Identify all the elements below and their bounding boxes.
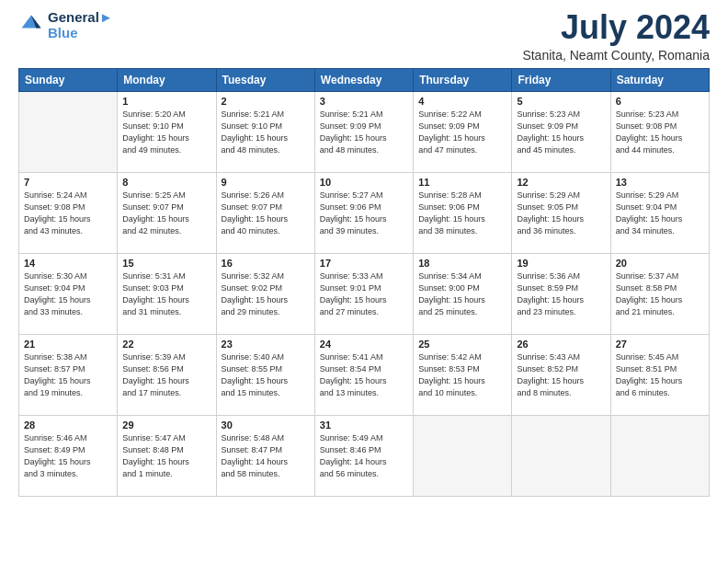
logo-text: General► Blue [48, 9, 113, 41]
day-number: 29 [122, 419, 210, 431]
calendar-table: Sunday Monday Tuesday Wednesday Thursday… [18, 68, 710, 497]
table-row: 30Sunrise: 5:48 AM Sunset: 8:47 PM Dayli… [216, 415, 314, 496]
day-info: Sunrise: 5:22 AM Sunset: 9:09 PM Dayligh… [418, 109, 506, 156]
table-row: 31Sunrise: 5:49 AM Sunset: 8:46 PM Dayli… [314, 415, 413, 496]
day-info: Sunrise: 5:36 AM Sunset: 8:59 PM Dayligh… [517, 270, 605, 318]
day-number: 25 [418, 339, 506, 350]
logo-icon [18, 12, 44, 38]
table-row: 9Sunrise: 5:26 AM Sunset: 9:07 PM Daylig… [216, 172, 314, 253]
table-row: 10Sunrise: 5:27 AM Sunset: 9:06 PM Dayli… [314, 172, 413, 253]
table-row: 12Sunrise: 5:29 AM Sunset: 9:05 PM Dayli… [512, 172, 610, 253]
table-row: 25Sunrise: 5:42 AM Sunset: 8:53 PM Dayli… [414, 334, 512, 415]
day-number: 24 [320, 339, 408, 350]
day-info: Sunrise: 5:23 AM Sunset: 9:09 PM Dayligh… [517, 109, 605, 156]
calendar-week-row: 7Sunrise: 5:24 AM Sunset: 9:08 PM Daylig… [19, 172, 710, 253]
day-info: Sunrise: 5:42 AM Sunset: 8:53 PM Dayligh… [418, 351, 506, 399]
table-row: 16Sunrise: 5:32 AM Sunset: 9:02 PM Dayli… [216, 253, 314, 334]
day-number: 31 [320, 419, 408, 431]
table-row: 15Sunrise: 5:31 AM Sunset: 9:03 PM Dayli… [118, 253, 216, 334]
col-monday: Monday [118, 68, 216, 91]
day-number: 8 [122, 177, 210, 188]
day-number: 21 [24, 339, 112, 350]
table-row [414, 415, 512, 496]
table-row [19, 91, 118, 172]
day-info: Sunrise: 5:38 AM Sunset: 8:57 PM Dayligh… [24, 351, 112, 399]
day-info: Sunrise: 5:39 AM Sunset: 8:56 PM Dayligh… [122, 351, 210, 399]
table-row: 11Sunrise: 5:28 AM Sunset: 9:06 PM Dayli… [414, 172, 512, 253]
calendar-week-row: 28Sunrise: 5:46 AM Sunset: 8:49 PM Dayli… [19, 415, 710, 496]
header: General► Blue July 2024 Stanita, Neamt C… [18, 9, 710, 63]
table-row: 28Sunrise: 5:46 AM Sunset: 8:49 PM Dayli… [19, 415, 118, 496]
table-row [512, 415, 610, 496]
day-number: 5 [517, 96, 605, 107]
table-row: 14Sunrise: 5:30 AM Sunset: 9:04 PM Dayli… [19, 253, 118, 334]
day-info: Sunrise: 5:47 AM Sunset: 8:48 PM Dayligh… [122, 432, 210, 480]
table-row: 23Sunrise: 5:40 AM Sunset: 8:55 PM Dayli… [216, 334, 314, 415]
day-info: Sunrise: 5:43 AM Sunset: 8:52 PM Dayligh… [517, 351, 605, 399]
day-number: 6 [616, 96, 704, 107]
day-number: 20 [616, 258, 704, 269]
day-info: Sunrise: 5:28 AM Sunset: 9:06 PM Dayligh… [418, 190, 506, 237]
day-number: 28 [24, 419, 112, 431]
day-info: Sunrise: 5:21 AM Sunset: 9:09 PM Dayligh… [320, 109, 408, 156]
title-block: July 2024 Stanita, Neamt County, Romania [522, 9, 710, 63]
table-row: 17Sunrise: 5:33 AM Sunset: 9:01 PM Dayli… [314, 253, 413, 334]
day-info: Sunrise: 5:34 AM Sunset: 9:00 PM Dayligh… [418, 270, 506, 318]
day-number: 23 [222, 339, 310, 350]
table-row: 8Sunrise: 5:25 AM Sunset: 9:07 PM Daylig… [118, 172, 216, 253]
table-row: 3Sunrise: 5:21 AM Sunset: 9:09 PM Daylig… [314, 91, 413, 172]
day-number: 11 [418, 177, 506, 188]
day-info: Sunrise: 5:46 AM Sunset: 8:49 PM Dayligh… [24, 432, 112, 480]
table-row: 4Sunrise: 5:22 AM Sunset: 9:09 PM Daylig… [414, 91, 512, 172]
table-row: 13Sunrise: 5:29 AM Sunset: 9:04 PM Dayli… [610, 172, 709, 253]
day-number: 17 [320, 258, 408, 269]
day-info: Sunrise: 5:41 AM Sunset: 8:54 PM Dayligh… [320, 351, 408, 399]
table-row: 7Sunrise: 5:24 AM Sunset: 9:08 PM Daylig… [19, 172, 118, 253]
calendar-week-row: 14Sunrise: 5:30 AM Sunset: 9:04 PM Dayli… [19, 253, 710, 334]
day-number: 1 [122, 96, 210, 107]
day-number: 16 [222, 258, 310, 269]
day-number: 13 [616, 177, 704, 188]
table-row: 6Sunrise: 5:23 AM Sunset: 9:08 PM Daylig… [610, 91, 709, 172]
table-row: 1Sunrise: 5:20 AM Sunset: 9:10 PM Daylig… [118, 91, 216, 172]
day-info: Sunrise: 5:32 AM Sunset: 9:02 PM Dayligh… [222, 270, 310, 318]
subtitle: Stanita, Neamt County, Romania [522, 48, 710, 63]
day-number: 4 [418, 96, 506, 107]
day-number: 18 [418, 258, 506, 269]
table-row: 29Sunrise: 5:47 AM Sunset: 8:48 PM Dayli… [118, 415, 216, 496]
day-info: Sunrise: 5:40 AM Sunset: 8:55 PM Dayligh… [222, 351, 310, 399]
day-info: Sunrise: 5:49 AM Sunset: 8:46 PM Dayligh… [320, 432, 408, 480]
day-number: 12 [517, 177, 605, 188]
day-number: 22 [122, 339, 210, 350]
table-row: 5Sunrise: 5:23 AM Sunset: 9:09 PM Daylig… [512, 91, 610, 172]
table-row: 18Sunrise: 5:34 AM Sunset: 9:00 PM Dayli… [414, 253, 512, 334]
day-info: Sunrise: 5:27 AM Sunset: 9:06 PM Dayligh… [320, 190, 408, 237]
day-number: 30 [222, 419, 310, 431]
main-title: July 2024 [522, 9, 710, 46]
table-row: 24Sunrise: 5:41 AM Sunset: 8:54 PM Dayli… [314, 334, 413, 415]
calendar-week-row: 21Sunrise: 5:38 AM Sunset: 8:57 PM Dayli… [19, 334, 710, 415]
day-number: 3 [320, 96, 408, 107]
col-tuesday: Tuesday [216, 68, 314, 91]
day-number: 19 [517, 258, 605, 269]
day-number: 15 [122, 258, 210, 269]
day-info: Sunrise: 5:29 AM Sunset: 9:04 PM Dayligh… [616, 190, 704, 237]
day-number: 10 [320, 177, 408, 188]
table-row: 19Sunrise: 5:36 AM Sunset: 8:59 PM Dayli… [512, 253, 610, 334]
table-row: 26Sunrise: 5:43 AM Sunset: 8:52 PM Dayli… [512, 334, 610, 415]
col-saturday: Saturday [610, 68, 709, 91]
col-wednesday: Wednesday [314, 68, 413, 91]
day-info: Sunrise: 5:21 AM Sunset: 9:10 PM Dayligh… [222, 109, 310, 156]
day-number: 9 [222, 177, 310, 188]
table-row: 22Sunrise: 5:39 AM Sunset: 8:56 PM Dayli… [118, 334, 216, 415]
table-row: 27Sunrise: 5:45 AM Sunset: 8:51 PM Dayli… [610, 334, 709, 415]
table-row: 20Sunrise: 5:37 AM Sunset: 8:58 PM Dayli… [610, 253, 709, 334]
table-row: 2Sunrise: 5:21 AM Sunset: 9:10 PM Daylig… [216, 91, 314, 172]
day-info: Sunrise: 5:26 AM Sunset: 9:07 PM Dayligh… [222, 190, 310, 237]
calendar-week-row: 1Sunrise: 5:20 AM Sunset: 9:10 PM Daylig… [19, 91, 710, 172]
day-number: 27 [616, 339, 704, 350]
day-number: 2 [222, 96, 310, 107]
col-thursday: Thursday [414, 68, 512, 91]
table-row [610, 415, 709, 496]
day-info: Sunrise: 5:29 AM Sunset: 9:05 PM Dayligh… [517, 190, 605, 237]
